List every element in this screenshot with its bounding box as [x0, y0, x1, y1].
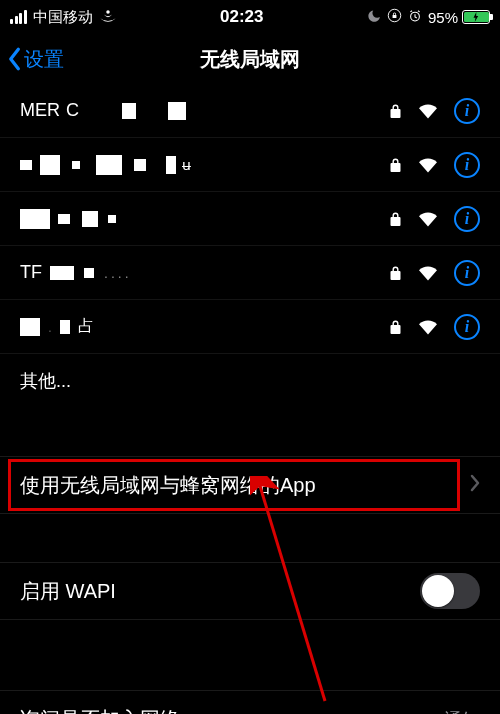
network-name-text: TF: [20, 262, 42, 283]
lock-icon: [389, 157, 402, 173]
ask-to-join-label: 询问是否加入网络: [20, 706, 444, 714]
wifi-signal-icon: [418, 211, 438, 227]
network-name-text: MER: [20, 100, 60, 121]
status-bar-left: 中国移动: [10, 8, 117, 27]
network-row[interactable]: . 占 i: [0, 300, 500, 354]
info-icon[interactable]: i: [454, 260, 480, 286]
status-bar-right: 95%: [367, 8, 490, 26]
battery-percent-label: 95%: [428, 9, 458, 26]
network-name: ʉ: [20, 155, 389, 175]
lock-icon: [389, 319, 402, 335]
ask-to-join-value: 通知: [444, 708, 480, 715]
lock-icon: [389, 211, 402, 227]
network-name: MERC: [20, 100, 389, 121]
network-row[interactable]: ʉ i: [0, 138, 500, 192]
other-network-row[interactable]: 其他...: [0, 354, 500, 408]
info-icon[interactable]: i: [454, 314, 480, 340]
lock-icon: [389, 103, 402, 119]
lock-icon: [389, 265, 402, 281]
network-row[interactable]: MERC i: [0, 84, 500, 138]
network-name: . 占: [20, 316, 389, 337]
battery-icon: [462, 10, 490, 24]
wifi-signal-icon: [418, 103, 438, 119]
back-button[interactable]: 设置: [0, 46, 64, 73]
do-not-disturb-icon: [367, 9, 381, 26]
battery-charging-icon: [464, 12, 489, 22]
wifi-signal-icon: [418, 319, 438, 335]
enable-wapi-row: 启用 WAPI: [0, 562, 500, 620]
wifi-signal-icon: [418, 157, 438, 173]
wapi-toggle[interactable]: [420, 573, 480, 609]
network-row[interactable]: TF .... i: [0, 246, 500, 300]
cellular-signal-icon: [10, 10, 27, 24]
chevron-left-icon: [6, 46, 22, 72]
other-network-label: 其他...: [20, 369, 71, 393]
battery-indicator: 95%: [428, 9, 490, 26]
status-bar: 中国移动 02:23 95%: [0, 0, 500, 34]
network-name: TF ....: [20, 262, 389, 283]
info-icon[interactable]: i: [454, 98, 480, 124]
wifi-status-icon: [99, 9, 117, 26]
enable-wapi-label: 启用 WAPI: [20, 578, 116, 605]
apps-using-wlan-cellular-label: 使用无线局域网与蜂窝网络的App: [20, 472, 316, 499]
carrier-label: 中国移动: [33, 8, 93, 27]
apps-using-wlan-cellular-row[interactable]: 使用无线局域网与蜂窝网络的App: [0, 456, 500, 514]
nav-header: 设置 无线局域网: [0, 34, 500, 84]
wifi-signal-icon: [418, 265, 438, 281]
status-bar-clock: 02:23: [220, 7, 263, 27]
orientation-lock-icon: [387, 8, 402, 26]
info-icon[interactable]: i: [454, 206, 480, 232]
page-title: 无线局域网: [0, 46, 500, 73]
info-icon[interactable]: i: [454, 152, 480, 178]
back-label: 设置: [24, 46, 64, 73]
network-list: MERC i ʉ i: [0, 84, 500, 408]
network-row[interactable]: i: [0, 192, 500, 246]
toggle-knob: [422, 575, 454, 607]
ask-to-join-row[interactable]: 询问是否加入网络 通知: [0, 690, 500, 714]
chevron-right-icon: [470, 474, 480, 497]
alarm-icon: [408, 9, 422, 26]
network-name: [20, 209, 389, 229]
